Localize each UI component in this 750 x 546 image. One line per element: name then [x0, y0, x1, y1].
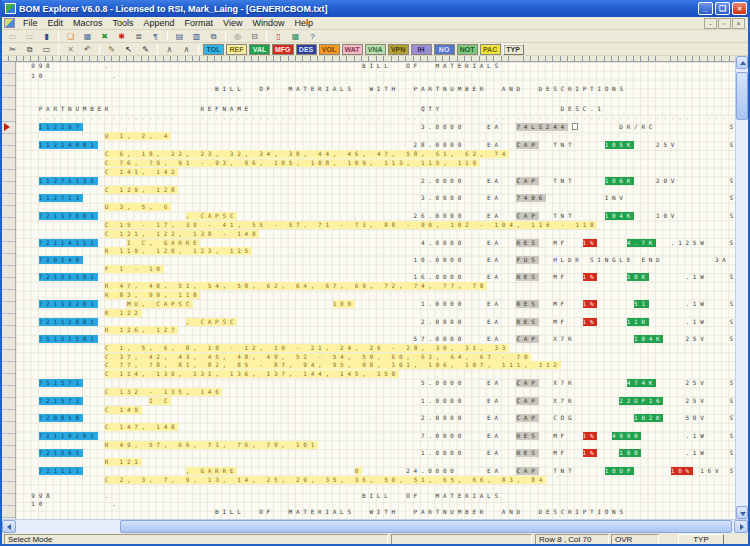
- highlight-icon[interactable]: ✱: [114, 31, 129, 42]
- doc-seg-typ: RES: [516, 273, 538, 281]
- doc-line: C 15 - 17, 39 - 41, 55 - 57, 71 - 73, 88…: [24, 221, 735, 230]
- print-icon[interactable]: ⊟: [247, 31, 262, 42]
- menu-tools[interactable]: Tools: [108, 17, 139, 29]
- menu-macros[interactable]: Macros: [68, 17, 108, 29]
- doc-seg-pn: 721573: [39, 397, 83, 405]
- doc-seg-typ: RES: [516, 239, 538, 247]
- doc-seg-text: 7.0000: [421, 432, 465, 440]
- doc-line: U 3, 5, 6: [24, 203, 735, 212]
- field-button-not[interactable]: NOT: [457, 44, 478, 55]
- doc-seg-ref: C 77, 78, 81, 82, 85 - 87, 94, 95, 98, 1…: [105, 361, 561, 369]
- field-button-wat[interactable]: WAT: [342, 44, 363, 55]
- mdi-restore-button[interactable]: ▫: [718, 18, 731, 29]
- layout-rows-icon[interactable]: ▤: [172, 31, 187, 42]
- toolbar-separator: [167, 31, 168, 41]
- doc-seg-text: QTY: [421, 105, 443, 113]
- scroll-left-button[interactable]: [2, 520, 16, 533]
- doc-line: 721111, GARRE024.0000EACAPTNT10UF10%16VS: [24, 467, 735, 476]
- field-button-val[interactable]: VAL: [249, 44, 270, 55]
- doc-seg-pn: 112713: [39, 194, 83, 202]
- layout-columns-icon[interactable]: ▥: [189, 31, 204, 42]
- minimize-button[interactable]: _: [698, 2, 713, 15]
- menu-window[interactable]: Window: [247, 17, 289, 29]
- field-button-vol[interactable]: VOL: [319, 44, 340, 55]
- doc-seg-pn: 72112881: [39, 318, 98, 326]
- doc-seg-ref: I C: [149, 397, 171, 405]
- mdi-minimize-button[interactable]: -: [704, 18, 717, 29]
- field-button-tol[interactable]: TOL: [203, 44, 224, 55]
- grid-color-icon[interactable]: ▦: [288, 31, 303, 42]
- select-box-icon[interactable]: ▭: [39, 44, 54, 55]
- mdi-close-button[interactable]: ×: [732, 18, 745, 29]
- menu-file[interactable]: File: [18, 17, 43, 29]
- field-button-des[interactable]: DES: [296, 44, 317, 55]
- doc-seg-ref: 100: [333, 300, 355, 308]
- marker-icon[interactable]: ✎: [138, 44, 153, 55]
- caret-up2-icon[interactable]: ∧: [179, 44, 194, 55]
- doc-seg-typ: 74LS244: [516, 123, 567, 131]
- field-button-vna[interactable]: VNA: [365, 44, 386, 55]
- find-icon[interactable]: ◎: [230, 31, 245, 42]
- toolbar-fields: ✂⧉▭✕↶✎↖✎∧∧TOLREFVALMFGDESVOLWATVNAVPNIHN…: [2, 43, 748, 56]
- window-icon[interactable]: ▦: [80, 31, 95, 42]
- close-button[interactable]: ×: [732, 2, 747, 15]
- doc-seg-val: 474K: [627, 379, 656, 387]
- menu-view[interactable]: View: [218, 17, 247, 29]
- lines-icon[interactable]: ≣: [131, 31, 146, 42]
- doc-seg-text: TNT: [553, 467, 575, 475]
- help-icon[interactable]: ?: [305, 31, 320, 42]
- doc-line: 998.BILL OF MATERIALS: [24, 62, 735, 71]
- layout-cascade-icon[interactable]: ⧉: [206, 31, 221, 42]
- copy-page-icon[interactable]: ❏: [63, 31, 78, 42]
- forward-icon[interactable]: ▭: [22, 31, 37, 42]
- document-grid[interactable]: 998.BILL OF MATERIALS10.BILL OF MATERIAL…: [16, 62, 735, 519]
- cut-icon[interactable]: ✂: [5, 44, 20, 55]
- restore-button[interactable]: ❏: [715, 2, 730, 15]
- vertical-scroll-thumb[interactable]: [736, 72, 748, 120]
- merge-icon[interactable]: ✖: [97, 31, 112, 42]
- pointer-icon[interactable]: ↖: [121, 44, 136, 55]
- doc-seg-text: EA: [487, 177, 502, 185]
- doc-seg-text: DESC.1: [561, 105, 605, 113]
- scroll-right-button[interactable]: [734, 520, 748, 533]
- menu-append[interactable]: Append: [139, 17, 180, 29]
- copy-icon[interactable]: ⧉: [22, 44, 37, 55]
- document-area[interactable]: 998.BILL OF MATERIALS10.BILL OF MATERIAL…: [2, 56, 748, 519]
- field-button-vpn[interactable]: VPN: [388, 44, 409, 55]
- status-type-button[interactable]: TYP: [678, 534, 724, 545]
- caret-up-icon[interactable]: ∧: [162, 44, 177, 55]
- doc-seg-text: BILL OF MATERIALS WITH PARTNUMBER AND DE…: [215, 508, 627, 516]
- doc-seg-text: BILL OF MATERIALS: [362, 62, 502, 70]
- menu-help[interactable]: Help: [289, 17, 318, 29]
- save-icon[interactable]: ▮: [39, 31, 54, 42]
- menu-edit[interactable]: Edit: [43, 17, 69, 29]
- field-button-no[interactable]: NO: [434, 44, 455, 55]
- horizontal-scroll-thumb[interactable]: [120, 520, 732, 533]
- field-button-ref[interactable]: REF: [226, 44, 247, 55]
- menu-format[interactable]: Format: [180, 17, 219, 29]
- pen-icon[interactable]: ✎: [104, 44, 119, 55]
- title-bar[interactable]: BOM Explorer V6.0.8 - Licensed to RSI, M…: [0, 0, 750, 17]
- field-button-typ[interactable]: TYP: [503, 44, 524, 55]
- doc-seg-text: X7R: [553, 335, 575, 343]
- scroll-up-button[interactable]: [736, 56, 748, 69]
- scroll-down-button[interactable]: [736, 506, 748, 519]
- field-button-ih[interactable]: IH: [411, 44, 432, 55]
- doc-seg-text: X7R: [553, 397, 575, 405]
- doc-seg-text: 25V: [686, 397, 708, 405]
- doc-line: PARTNUMBERREFNAMEQTYDESC.1: [24, 105, 735, 114]
- paragraph-icon[interactable]: ¶: [148, 31, 163, 42]
- undo-icon[interactable]: ↶: [80, 44, 95, 55]
- doc-seg-pn: 11214081: [39, 141, 98, 149]
- horizontal-scrollbar[interactable]: [2, 519, 748, 533]
- doc-seg-dim: ···················: [39, 115, 179, 123]
- doc-seg-val: 10UF: [605, 467, 634, 475]
- doc-seg-text: 24.0000: [406, 467, 457, 475]
- vertical-scrollbar[interactable]: [735, 56, 748, 519]
- back-icon[interactable]: ▭: [5, 31, 20, 42]
- doc-seg-text: 3.0000: [421, 123, 465, 131]
- delete-icon[interactable]: ✕: [63, 44, 78, 55]
- field-button-mfg[interactable]: MFG: [272, 44, 294, 55]
- insert-column-icon[interactable]: ▯: [271, 31, 286, 42]
- field-button-pac[interactable]: PAC: [480, 44, 501, 55]
